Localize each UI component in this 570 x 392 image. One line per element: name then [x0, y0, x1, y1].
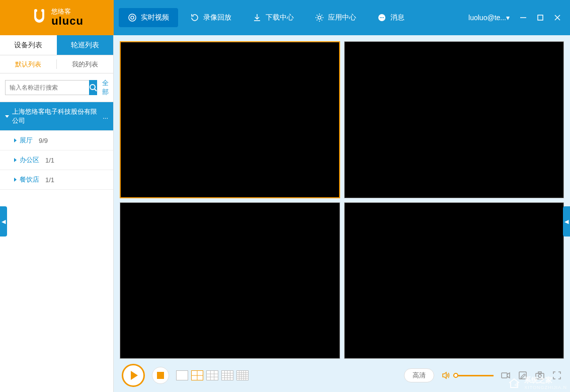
logo-text-cn: 悠络客 — [51, 8, 84, 15]
video-cell-4[interactable] — [344, 202, 564, 359]
search-icon — [89, 84, 97, 92]
logo-icon — [30, 9, 48, 27]
nav-download-center[interactable]: 下载中心 — [243, 8, 303, 27]
layout-5x5-button[interactable] — [236, 370, 249, 380]
minimize-button[interactable] — [519, 13, 528, 22]
message-icon — [377, 13, 386, 22]
sidebar: 设备列表 轮巡列表 默认列表 我的列表 全部 上海悠络客电子科技股份有限公司 .… — [0, 35, 114, 392]
chevron-left-icon: ◀ — [2, 218, 6, 225]
filter-all-button[interactable]: 全部 — [97, 79, 114, 97]
rightpanel-collapse-handle[interactable]: ◀ — [563, 206, 570, 237]
tree-node-count: 1/1 — [45, 156, 54, 164]
volume-icon — [441, 371, 450, 380]
tree-node-office[interactable]: 办公区 1/1 — [0, 150, 113, 170]
subtab-label: 默认列表 — [15, 60, 41, 69]
volume-thumb[interactable] — [453, 373, 458, 378]
layout-2x2-button[interactable] — [191, 370, 203, 380]
nav-label: 录像回放 — [203, 13, 231, 22]
svg-rect-35 — [502, 373, 507, 378]
layout-4x4-button[interactable] — [221, 370, 233, 380]
svg-point-6 — [380, 17, 381, 18]
search-row: 全部 — [0, 73, 113, 102]
video-cell-1[interactable] — [120, 41, 340, 198]
svg-line-14 — [95, 89, 97, 91]
search-input[interactable] — [5, 80, 89, 95]
quality-button[interactable]: 高清 — [404, 368, 434, 382]
main-content: 高清 — [114, 35, 570, 392]
volume-slider[interactable] — [453, 375, 494, 376]
edit-button[interactable] — [518, 370, 528, 380]
user-menu[interactable]: luoluo@te...▾ — [468, 14, 510, 22]
tree-node-count: 1/1 — [45, 176, 54, 184]
volume-control[interactable] — [441, 371, 494, 380]
tab-label: 轮巡列表 — [71, 41, 99, 50]
eye-icon — [128, 13, 137, 22]
tree-node-label: 办公区 — [20, 155, 39, 165]
device-tree: 上海悠络客电子科技股份有限公司 ... 展厅 9/9 办公区 1/1 餐饮店 1… — [0, 102, 113, 392]
tab-label: 设备列表 — [14, 41, 42, 50]
sidebar-collapse-handle[interactable]: ◀ — [0, 206, 7, 237]
svg-rect-10 — [538, 15, 543, 20]
refresh-icon — [190, 13, 199, 22]
grid-4x4-icon — [222, 371, 233, 380]
video-toolbar: 高清 — [120, 359, 564, 392]
video-cell-3[interactable] — [120, 202, 340, 359]
nav-messages[interactable]: 消息 — [368, 8, 414, 27]
logo-text-en: ulucu — [51, 15, 84, 28]
svg-point-4 — [318, 16, 321, 19]
layout-buttons — [176, 370, 249, 380]
svg-point-3 — [131, 16, 134, 19]
video-cell-2[interactable] — [344, 41, 564, 198]
layout-3x3-button[interactable] — [206, 370, 218, 380]
stop-icon — [157, 372, 164, 379]
tab-device-list[interactable]: 设备列表 — [0, 35, 57, 55]
chevron-left-icon: ◀ — [564, 218, 568, 225]
svg-point-1 — [41, 9, 44, 12]
nav-label: 下载中心 — [266, 13, 294, 22]
snapshot-button[interactable] — [535, 370, 545, 380]
download-icon — [253, 13, 262, 22]
svg-point-2 — [129, 14, 136, 21]
nav-label: 消息 — [390, 13, 404, 22]
play-icon — [131, 371, 138, 380]
tree-root-node[interactable]: 上海悠络客电子科技股份有限公司 ... — [0, 102, 113, 131]
stop-button[interactable] — [152, 367, 169, 384]
subtab-label: 我的列表 — [72, 60, 98, 69]
subtab-my-list[interactable]: 我的列表 — [57, 55, 113, 73]
close-button[interactable] — [553, 13, 562, 22]
nav-app-center[interactable]: 应用中心 — [306, 8, 365, 27]
tree-node-count: 9/9 — [39, 137, 48, 144]
tree-root-label: 上海悠络客电子科技股份有限公司 — [12, 107, 100, 125]
gear-icon — [315, 13, 324, 22]
grid-5x5-icon — [237, 371, 248, 380]
tree-node-showroom[interactable]: 展厅 9/9 — [0, 131, 113, 150]
grid-3x3-icon — [207, 371, 218, 380]
play-button[interactable] — [122, 364, 145, 387]
svg-point-13 — [90, 85, 95, 90]
nav-label: 应用中心 — [328, 13, 356, 22]
quality-label: 高清 — [413, 371, 426, 379]
ellipsis: ... — [103, 113, 108, 120]
tree-node-label: 餐饮店 — [20, 175, 39, 184]
nav-playback[interactable]: 录像回放 — [181, 8, 240, 27]
tree-node-restaurant[interactable]: 餐饮店 1/1 — [0, 170, 113, 190]
chevron-right-icon — [14, 158, 17, 162]
video-grid — [120, 41, 564, 359]
tab-patrol-list[interactable]: 轮巡列表 — [57, 35, 114, 55]
record-button[interactable] — [501, 370, 511, 380]
nav-realtime-video[interactable]: 实时视频 — [119, 8, 178, 27]
svg-point-7 — [381, 17, 382, 18]
app-header: 悠络客 ulucu 实时视频 录像回放 下载中心 应用中心 消息 luoluo@… — [0, 0, 570, 35]
svg-point-38 — [538, 374, 541, 377]
layout-1x1-button[interactable] — [176, 370, 188, 380]
chevron-down-icon — [5, 115, 9, 118]
header-right: luoluo@te...▾ — [468, 0, 570, 35]
chevron-right-icon — [14, 178, 17, 182]
svg-point-8 — [383, 17, 384, 18]
search-button[interactable] — [89, 80, 97, 95]
logo: 悠络客 ulucu — [0, 0, 114, 35]
fullscreen-button[interactable] — [552, 370, 562, 380]
tree-node-label: 展厅 — [20, 136, 33, 145]
maximize-button[interactable] — [536, 13, 545, 22]
subtab-default-list[interactable]: 默认列表 — [0, 55, 56, 73]
